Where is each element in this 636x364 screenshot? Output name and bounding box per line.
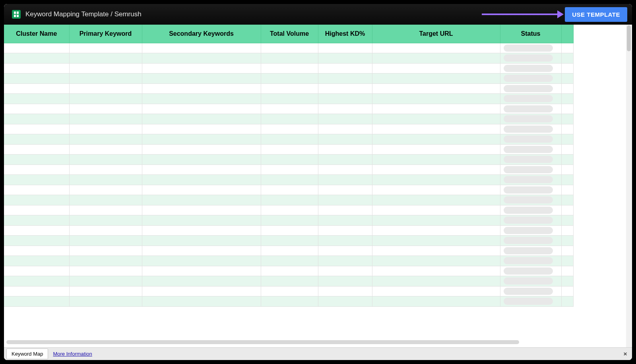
- cell-volume[interactable]: [261, 256, 318, 266]
- cell-volume[interactable]: [261, 225, 318, 236]
- cell-secondary[interactable]: [142, 124, 261, 134]
- cell-url[interactable]: [372, 266, 500, 276]
- status-pill[interactable]: [504, 146, 553, 153]
- cell-cluster[interactable]: [4, 225, 69, 236]
- cell-cluster[interactable]: [4, 63, 69, 74]
- horizontal-scrollbar-thumb[interactable]: [6, 340, 519, 344]
- status-pill[interactable]: [504, 126, 553, 133]
- cell-volume[interactable]: [261, 215, 318, 226]
- cell-secondary[interactable]: [142, 276, 261, 287]
- cell-volume[interactable]: [261, 195, 318, 205]
- cell-url[interactable]: [372, 286, 500, 296]
- status-pill[interactable]: [504, 186, 553, 194]
- cell-volume[interactable]: [261, 124, 318, 134]
- cell-extra[interactable]: [561, 276, 573, 287]
- cell-extra[interactable]: [561, 286, 573, 296]
- cell-status[interactable]: [500, 286, 561, 296]
- cell-volume[interactable]: [261, 74, 318, 84]
- cell-primary[interactable]: [69, 63, 142, 74]
- cell-primary[interactable]: [69, 286, 142, 296]
- cell-primary[interactable]: [69, 185, 142, 195]
- status-pill[interactable]: [504, 298, 553, 305]
- cell-status[interactable]: [500, 83, 561, 94]
- cell-volume[interactable]: [261, 246, 318, 256]
- status-pill[interactable]: [504, 247, 553, 254]
- cell-cluster[interactable]: [4, 124, 69, 134]
- cell-kd[interactable]: [318, 144, 372, 155]
- cell-kd[interactable]: [318, 205, 372, 215]
- cell-secondary[interactable]: [142, 246, 261, 256]
- cell-cluster[interactable]: [4, 74, 69, 84]
- cell-cluster[interactable]: [4, 215, 69, 226]
- cell-secondary[interactable]: [142, 296, 261, 307]
- cell-primary[interactable]: [69, 296, 142, 307]
- cell-primary[interactable]: [69, 74, 142, 84]
- cell-kd[interactable]: [318, 124, 372, 134]
- cell-primary[interactable]: [69, 165, 142, 175]
- status-pill[interactable]: [504, 95, 553, 102]
- cell-status[interactable]: [500, 205, 561, 215]
- cell-extra[interactable]: [561, 246, 573, 256]
- status-pill[interactable]: [504, 288, 553, 295]
- vertical-scrollbar-thumb[interactable]: [627, 25, 631, 51]
- cell-extra[interactable]: [561, 114, 573, 124]
- sheet-tab-keyword-map[interactable]: Keyword Map: [6, 349, 48, 359]
- cell-secondary[interactable]: [142, 74, 261, 84]
- cell-cluster[interactable]: [4, 185, 69, 195]
- cell-url[interactable]: [372, 83, 500, 94]
- status-pill[interactable]: [504, 65, 553, 72]
- cell-cluster[interactable]: [4, 43, 69, 53]
- cell-extra[interactable]: [561, 43, 573, 53]
- cell-url[interactable]: [372, 296, 500, 307]
- cell-volume[interactable]: [261, 155, 318, 165]
- cell-primary[interactable]: [69, 246, 142, 256]
- cell-kd[interactable]: [318, 195, 372, 205]
- status-pill[interactable]: [504, 75, 553, 82]
- spreadsheet-table[interactable]: Cluster NamePrimary KeywordSecondary Key…: [4, 25, 574, 307]
- cell-secondary[interactable]: [142, 83, 261, 94]
- cell-url[interactable]: [372, 124, 500, 134]
- cell-extra[interactable]: [561, 155, 573, 165]
- status-pill[interactable]: [504, 105, 553, 112]
- cell-status[interactable]: [500, 195, 561, 205]
- cell-extra[interactable]: [561, 144, 573, 155]
- status-pill[interactable]: [504, 156, 553, 163]
- cell-primary[interactable]: [69, 155, 142, 165]
- cell-secondary[interactable]: [142, 104, 261, 114]
- cell-primary[interactable]: [69, 236, 142, 246]
- cell-cluster[interactable]: [4, 114, 69, 124]
- cell-kd[interactable]: [318, 266, 372, 276]
- cell-status[interactable]: [500, 104, 561, 114]
- column-header-primary[interactable]: Primary Keyword: [69, 25, 142, 43]
- cell-status[interactable]: [500, 266, 561, 276]
- cell-extra[interactable]: [561, 74, 573, 84]
- cell-url[interactable]: [372, 63, 500, 74]
- cell-kd[interactable]: [318, 185, 372, 195]
- cell-extra[interactable]: [561, 225, 573, 236]
- cell-cluster[interactable]: [4, 144, 69, 155]
- cell-url[interactable]: [372, 94, 500, 104]
- cell-secondary[interactable]: [142, 144, 261, 155]
- cell-secondary[interactable]: [142, 134, 261, 145]
- cell-extra[interactable]: [561, 215, 573, 226]
- vertical-scrollbar[interactable]: [626, 25, 632, 347]
- cell-url[interactable]: [372, 43, 500, 53]
- cell-extra[interactable]: [561, 236, 573, 246]
- cell-kd[interactable]: [318, 63, 372, 74]
- cell-extra[interactable]: [561, 124, 573, 134]
- cell-volume[interactable]: [261, 185, 318, 195]
- cell-extra[interactable]: [561, 94, 573, 104]
- cell-secondary[interactable]: [142, 63, 261, 74]
- cell-status[interactable]: [500, 236, 561, 246]
- cell-kd[interactable]: [318, 83, 372, 94]
- cell-extra[interactable]: [561, 266, 573, 276]
- cell-kd[interactable]: [318, 114, 372, 124]
- more-information-link[interactable]: More Information: [53, 351, 92, 357]
- cell-extra[interactable]: [561, 195, 573, 205]
- cell-kd[interactable]: [318, 286, 372, 296]
- cell-primary[interactable]: [69, 43, 142, 53]
- cell-cluster[interactable]: [4, 276, 69, 287]
- cell-volume[interactable]: [261, 175, 318, 185]
- cell-cluster[interactable]: [4, 266, 69, 276]
- cell-url[interactable]: [372, 134, 500, 145]
